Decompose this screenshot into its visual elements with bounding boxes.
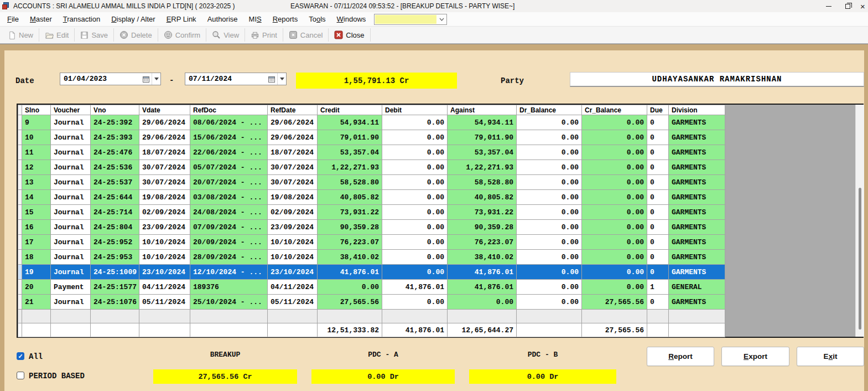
cell[interactable]: GARMENTS <box>669 190 725 205</box>
cell[interactable]: 58,528.80 <box>318 175 382 190</box>
restore-button[interactable] <box>838 0 857 12</box>
cell[interactable]: GARMENTS <box>669 175 725 190</box>
cell[interactable]: 29/06/2024 <box>139 130 190 145</box>
column-header[interactable]: Credit <box>318 105 382 115</box>
cell[interactable]: 0.00 <box>517 295 582 310</box>
cell[interactable]: 22/06/2024 - ... <box>190 145 268 160</box>
cell[interactable]: 189376 <box>190 280 268 295</box>
cell[interactable]: 0.00 <box>382 250 448 265</box>
cell[interactable]: 90,359.28 <box>448 220 517 235</box>
cell[interactable]: 24-25:953 <box>91 250 139 265</box>
cell[interactable]: 0.00 <box>582 205 647 220</box>
cell[interactable]: Journal <box>51 115 91 130</box>
cell[interactable]: 79,011.90 <box>448 130 517 145</box>
cell[interactable]: 0 <box>647 205 669 220</box>
menu-erp-link[interactable]: ERP Link <box>161 13 202 25</box>
cell[interactable]: Journal <box>51 250 91 265</box>
calendar-icon[interactable] <box>266 73 277 85</box>
cell[interactable]: 30/07/2024 <box>139 175 190 190</box>
cell[interactable]: 16 <box>22 220 51 235</box>
cell[interactable]: 0.00 <box>582 250 647 265</box>
cell[interactable]: 04/11/2024 <box>268 280 318 295</box>
cell[interactable]: 0.00 <box>517 160 582 175</box>
table-row[interactable]: 18Journal24-25:95310/10/202428/09/2024 -… <box>18 250 725 265</box>
cell[interactable]: 0.00 <box>582 175 647 190</box>
cell[interactable]: 1,22,271.93 <box>318 160 382 175</box>
cell[interactable]: 0.00 <box>582 220 647 235</box>
cell[interactable]: 41,876.01 <box>382 280 448 295</box>
new-button[interactable]: New <box>2 28 39 42</box>
cell[interactable]: 76,223.07 <box>318 235 382 250</box>
cell[interactable]: 0 <box>647 160 669 175</box>
cell[interactable]: 0 <box>647 250 669 265</box>
cell[interactable]: 0.00 <box>382 190 448 205</box>
chevron-down-icon[interactable] <box>152 73 160 85</box>
cell[interactable]: 76,223.07 <box>448 235 517 250</box>
table-row[interactable]: 9Journal24-25:39229/06/202408/06/2024 - … <box>18 115 725 130</box>
view-button[interactable]: View <box>206 28 245 42</box>
close-window-button[interactable]: × <box>857 0 868 12</box>
cell[interactable]: 07/09/2024 - ... <box>190 220 268 235</box>
save-button[interactable]: Save <box>75 28 114 42</box>
cell[interactable]: 24-25:476 <box>91 145 139 160</box>
cell[interactable]: 20/07/2024 - ... <box>190 175 268 190</box>
cell[interactable]: 24-25:537 <box>91 175 139 190</box>
all-checkbox[interactable]: ✓ <box>17 352 24 360</box>
chevron-down-icon[interactable] <box>277 73 286 85</box>
cell[interactable]: 24-25:644 <box>91 190 139 205</box>
menu-master[interactable]: Master <box>24 13 58 25</box>
cell[interactable]: 24-25:536 <box>91 160 139 175</box>
cell[interactable]: 1,22,271.93 <box>448 160 517 175</box>
cancel-button[interactable]: Cancel <box>283 28 329 42</box>
cell[interactable]: Journal <box>51 145 91 160</box>
scrollbar-thumb[interactable] <box>859 188 861 330</box>
chevron-down-icon[interactable] <box>437 14 446 24</box>
date-from-input[interactable]: 01/04/2023 <box>60 73 161 85</box>
cell[interactable]: 30/07/2024 <box>268 160 318 175</box>
cell[interactable]: 18/07/2024 <box>139 145 190 160</box>
cell[interactable]: Journal <box>51 205 91 220</box>
cell[interactable]: 03/08/2024 - ... <box>190 190 268 205</box>
cell[interactable]: 0 <box>647 175 669 190</box>
close-button[interactable]: Close <box>329 28 370 42</box>
cell[interactable]: GARMENTS <box>669 250 725 265</box>
cell[interactable]: GARMENTS <box>669 115 725 130</box>
cell[interactable]: 0.00 <box>582 190 647 205</box>
cell[interactable]: 38,410.02 <box>448 250 517 265</box>
cell[interactable]: 0 <box>647 130 669 145</box>
cell[interactable]: 19/08/2024 <box>268 190 318 205</box>
cell[interactable]: Journal <box>51 175 91 190</box>
cell[interactable]: 0.00 <box>382 205 448 220</box>
column-header[interactable]: Voucher <box>51 105 91 115</box>
cell[interactable]: Journal <box>51 130 91 145</box>
cell[interactable]: Journal <box>51 265 91 280</box>
cell[interactable]: 12/10/2024 - ... <box>190 265 268 280</box>
cell[interactable]: 21 <box>22 295 51 310</box>
cell[interactable]: 0.00 <box>517 205 582 220</box>
cell[interactable]: Journal <box>51 295 91 310</box>
edit-button[interactable]: Edit <box>39 28 75 42</box>
cell[interactable]: 23/10/2024 <box>268 265 318 280</box>
menu-reports[interactable]: Reports <box>267 13 304 25</box>
cell[interactable]: 23/09/2024 <box>268 220 318 235</box>
cell[interactable]: 29/06/2024 <box>268 115 318 130</box>
cell[interactable]: 20/09/2024 - ... <box>190 235 268 250</box>
column-header[interactable]: Due <box>647 105 669 115</box>
cell[interactable]: 0.00 <box>382 175 448 190</box>
minimize-button[interactable] <box>819 0 838 12</box>
cell[interactable]: GARMENTS <box>669 220 725 235</box>
cell[interactable]: 0.00 <box>517 265 582 280</box>
cell[interactable]: 90,359.28 <box>318 220 382 235</box>
cell[interactable]: 24-25:714 <box>91 205 139 220</box>
cell[interactable]: GARMENTS <box>669 130 725 145</box>
cell[interactable]: 19/08/2024 <box>139 190 190 205</box>
party-input[interactable]: UDHAYASANKAR RAMAKRISHNAN <box>570 72 864 87</box>
cell[interactable]: 0.00 <box>517 250 582 265</box>
cell[interactable]: 0.00 <box>517 220 582 235</box>
cell[interactable]: 58,528.80 <box>448 175 517 190</box>
report-button[interactable]: Report <box>647 347 714 366</box>
cell[interactable]: 0.00 <box>582 280 647 295</box>
cell[interactable]: 30/07/2024 <box>268 175 318 190</box>
cell[interactable]: 79,011.90 <box>318 130 382 145</box>
cell[interactable]: 0.00 <box>382 130 448 145</box>
